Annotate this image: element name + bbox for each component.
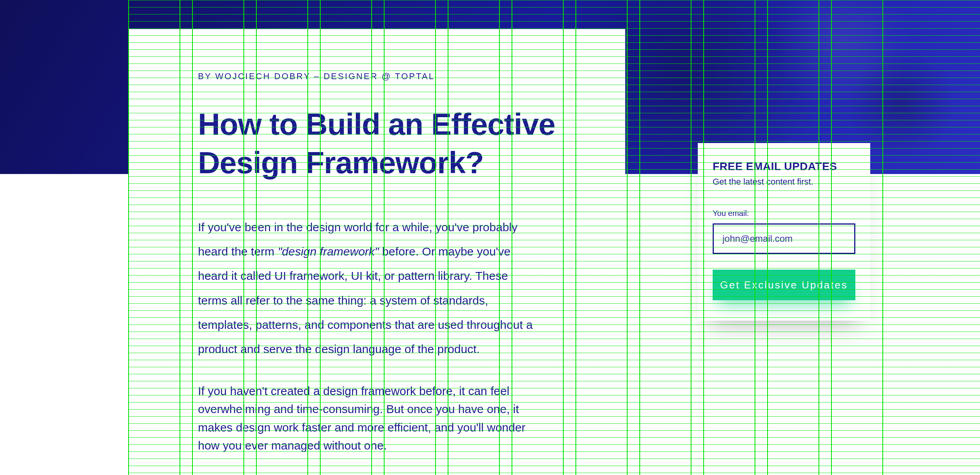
article-body: If you've been in the design world for a… xyxy=(198,215,555,455)
para1-term: "design framework" xyxy=(278,245,379,258)
article-title: How to Build an Effective Design Framewo… xyxy=(198,105,555,182)
signup-title: FREE EMAIL UPDATES xyxy=(713,160,855,173)
para1-post: before. Or maybe you've heard it called … xyxy=(198,245,533,356)
signup-subtitle: Get the latest content first. xyxy=(713,177,855,187)
signup-email-input[interactable] xyxy=(713,223,855,254)
signup-submit-button[interactable]: Get Exclusive Updates xyxy=(713,270,855,300)
article-paragraph-1: If you've been in the design world for a… xyxy=(198,215,539,362)
article-byline: BY WOJCIECH DOBRY – DESIGNER @ TOPTAL xyxy=(198,71,555,82)
article-paragraph-2: If you haven't created a design framewor… xyxy=(198,382,539,455)
signup-card: FREE EMAIL UPDATES Get the latest conten… xyxy=(698,143,870,321)
article-card: BY WOJCIECH DOBRY – DESIGNER @ TOPTAL Ho… xyxy=(128,29,625,475)
signup-email-label: You email: xyxy=(713,209,855,218)
